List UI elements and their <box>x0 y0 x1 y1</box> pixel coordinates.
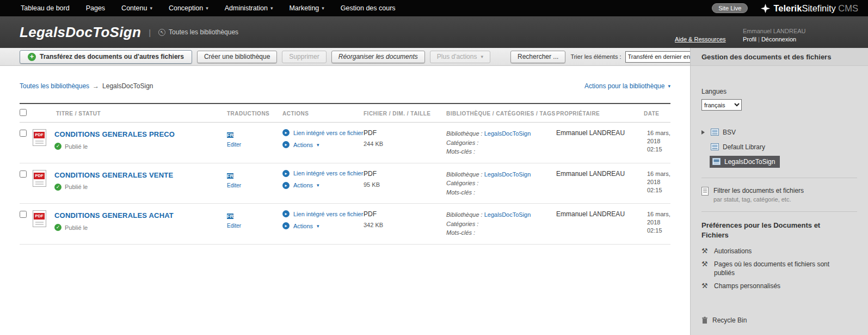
library-link[interactable]: LegalsDocToSign <box>484 130 531 137</box>
row-actions-dropdown[interactable]: ▸ Actions ▾ <box>282 182 364 189</box>
upload-documents-button[interactable]: + Transférez des documents ou d'autres f… <box>20 50 192 64</box>
reorganize-documents-button[interactable]: Réorganiser les documents <box>331 51 425 63</box>
breadcrumb: Toutes les bibliothèques → LegalsDocToSi… <box>20 82 670 90</box>
language-select[interactable]: français <box>701 99 742 111</box>
status: ✓ Publié le <box>54 224 174 231</box>
wrench-icon: ⚒ <box>701 282 710 290</box>
breadcrumb-arrow: → <box>93 82 99 90</box>
document-title-link[interactable]: CONDITIONS GENERALES ACHAT <box>54 211 174 220</box>
tree-item-legalsdoctosign: LegalsDocToSign <box>701 154 857 169</box>
user-block: Emmanuel LANDREAU Profil|Déconnexion <box>743 27 806 44</box>
row-actions-dropdown[interactable]: ▸ Actions ▾ <box>282 141 364 148</box>
site-live-button[interactable]: Site Live <box>712 3 748 13</box>
tree-node-bsv[interactable]: BSV <box>710 126 741 138</box>
table-body: PDF CONDITIONS GENERALES PRECO ✓ Publié … <box>20 123 670 245</box>
reorganize-label: Réorganiser les documents <box>338 53 418 60</box>
published-check-icon: ✓ <box>54 224 61 231</box>
library-icon <box>712 158 721 165</box>
file-type: PDF <box>364 129 446 137</box>
expand-arrow-icon[interactable] <box>701 130 705 135</box>
document-title-link[interactable]: CONDITIONS GENERALES PRECO <box>54 130 175 138</box>
col-header-actions: ACTIONS <box>282 111 364 117</box>
embed-link-label: Lien intégré vers ce fichier <box>293 211 363 217</box>
library-link[interactable]: LegalsDocToSign <box>484 171 531 178</box>
document-title-link[interactable]: CONDITIONS GENERALES VENTE <box>54 171 173 179</box>
user-name: Emmanuel LANDREAU <box>743 27 806 35</box>
nav-administration[interactable]: Administration▾ <box>225 4 273 12</box>
arrow-right-icon: ▸ <box>282 141 290 148</box>
row-checkbox[interactable] <box>20 130 27 137</box>
logo-sitefinity: Sitefinity <box>802 3 835 13</box>
file-size: 342 KB <box>364 222 446 228</box>
chevron-down-icon: ▾ <box>322 5 324 11</box>
create-library-button[interactable]: Créer une bibliothèque <box>197 51 277 63</box>
preferences-item[interactable]: ⚒ Pages où les documents et fichiers son… <box>701 260 848 277</box>
page-header: LegalsDocToSign | ↖ Toutes les bibliothè… <box>0 16 868 48</box>
help-resources-link[interactable]: Aide & Ressources <box>675 36 726 42</box>
edit-link[interactable]: Editer <box>227 223 282 229</box>
table-row: PDF CONDITIONS GENERALES VENTE ✓ Publié … <box>20 163 670 204</box>
library-actions-link[interactable]: Actions pour la bibliothèque ▾ <box>584 82 670 90</box>
tree-node-default-library[interactable]: Default Library <box>710 141 770 153</box>
embed-link[interactable]: ▸ Lien intégré vers ce fichier <box>282 129 364 136</box>
embed-link[interactable]: ▸ Lien intégré vers ce fichier <box>282 170 364 177</box>
col-header-date: DATE <box>644 111 670 117</box>
language-badge-fr[interactable]: FR <box>227 132 233 138</box>
embed-link[interactable]: ▸ Lien intégré vers ce fichier <box>282 210 364 217</box>
all-libraries-label: Toutes les bibliothèques <box>169 28 238 36</box>
row-checkbox[interactable] <box>20 211 27 218</box>
col-header-translations: TRADUCTIONS <box>227 111 282 117</box>
more-actions-button[interactable]: Plus d'actions▾ <box>430 51 490 63</box>
logout-link[interactable]: Déconnexion <box>761 36 796 42</box>
language-badge-fr[interactable]: FR <box>227 173 233 179</box>
library-label: Bibliothèque : <box>446 130 483 137</box>
trash-icon <box>701 316 708 324</box>
nav-tableau-de-bord[interactable]: Tableau de bord <box>21 4 70 12</box>
filter-documents-link[interactable]: Filtrer les documents et fichiers par st… <box>701 187 857 203</box>
breadcrumb-root-link[interactable]: Toutes les bibliothèques <box>20 82 89 90</box>
search-label: Rechercher ... <box>518 53 558 60</box>
nav-marketing[interactable]: Marketing▾ <box>289 4 324 12</box>
delete-button[interactable]: Supprimer <box>282 51 326 63</box>
table-header-row: TITRE / STATUT TRADUCTIONS ACTIONS FICHI… <box>20 103 670 123</box>
nav-label: Conception <box>169 4 203 12</box>
upload-label: Transférez des documents ou d'autres fic… <box>40 53 184 60</box>
edit-link[interactable]: Editer <box>227 182 282 188</box>
divider <box>701 211 857 212</box>
nav-contenu[interactable]: Contenu▾ <box>121 4 152 12</box>
tree-item-default-library: Default Library <box>701 139 857 154</box>
title-separator: | <box>149 28 151 37</box>
library-actions-label: Actions pour la bibliothèque <box>584 82 664 90</box>
nav-conception[interactable]: Conception▾ <box>169 4 208 12</box>
profile-link[interactable]: Profil <box>743 36 756 42</box>
date: 16 mars, 2018 02:15 <box>644 170 670 197</box>
select-all-checkbox[interactable] <box>20 109 27 116</box>
all-libraries-link[interactable]: ↖ Toutes les bibliothèques <box>158 28 238 36</box>
embed-link-label: Lien intégré vers ce fichier <box>293 170 363 176</box>
row-actions-dropdown[interactable]: ▸ Actions ▾ <box>282 222 364 229</box>
sort-label: Trier les éléments : <box>570 53 621 60</box>
nav-pages[interactable]: Pages <box>86 4 105 12</box>
preferences-item[interactable]: ⚒ Autorisations <box>701 247 848 255</box>
tree-item-bsv: BSV <box>701 125 857 139</box>
page-title: LegalsDocToSign <box>20 24 141 41</box>
link-separator: | <box>758 36 760 42</box>
wrench-icon: ⚒ <box>701 260 710 268</box>
col-header-title: TITRE / STATUT <box>33 111 227 117</box>
published-check-icon: ✓ <box>54 184 61 191</box>
nav-gestion-des-cours[interactable]: Gestion des cours <box>341 4 396 12</box>
table-row: PDF CONDITIONS GENERALES ACHAT ✓ Publié … <box>20 204 670 245</box>
row-checkbox[interactable] <box>20 170 27 178</box>
preferences-item[interactable]: ⚒ Champs personnalisés <box>701 282 848 290</box>
embed-link-label: Lien intégré vers ce fichier <box>293 130 363 136</box>
library-tree: BSV Default Library LegalsDocToSign <box>701 125 857 169</box>
library-link[interactable]: LegalsDocToSign <box>484 211 531 218</box>
search-button[interactable]: Rechercher ... <box>510 51 565 63</box>
recycle-bin-link[interactable]: Recycle Bin <box>701 316 857 324</box>
language-badge-fr[interactable]: FR <box>227 214 233 219</box>
edit-link[interactable]: Editer <box>227 142 282 148</box>
date: 16 mars, 2018 02:15 <box>644 210 670 237</box>
file-type: PDF <box>364 210 446 218</box>
filter-subtitle: par statut, tag, catégorie, etc. <box>713 196 804 203</box>
tree-node-legalsdoctosign-selected[interactable]: LegalsDocToSign <box>710 156 780 168</box>
